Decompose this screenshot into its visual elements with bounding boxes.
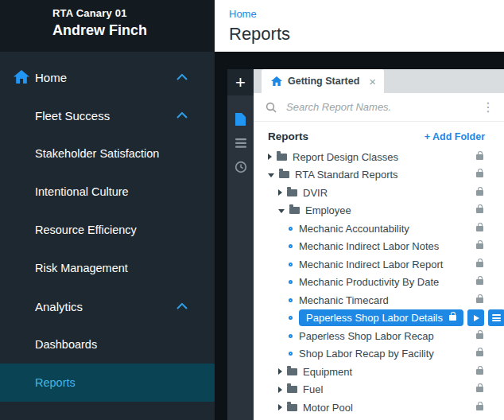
chevron-right-icon[interactable] <box>268 154 272 160</box>
chevron-right-icon[interactable] <box>278 387 282 393</box>
run-report-button[interactable] <box>467 309 484 326</box>
reports-panel: + Getting Started × <box>227 69 504 420</box>
sidebar-item-label: Fleet Success <box>35 109 110 122</box>
sidebar-header: RTA Canary 01 Andrew Finch <box>0 0 215 52</box>
sidebar-item-fleet-success[interactable]: Fleet Success <box>0 96 215 134</box>
search-icon <box>266 102 277 113</box>
panel-content: Getting Started × ⋮ <box>254 69 504 420</box>
tree-folder-fuel[interactable]: Fuel <box>254 381 504 399</box>
main-header: Home Reports <box>215 0 504 52</box>
sidebar-item-analytics[interactable]: Analytics <box>0 287 215 325</box>
report-tree: Reports + Add Folder Report Design Class… <box>254 122 504 420</box>
tree-report-mechanic-timecard[interactable]: Mechanic Timecard <box>254 291 504 309</box>
tree-row-label: Report Design Classes <box>293 151 398 163</box>
tree-row-label: Mechanic Accountability <box>299 223 409 235</box>
plus-icon[interactable]: + <box>227 69 254 95</box>
list-icon[interactable] <box>227 131 254 155</box>
sidebar-item-dashboards[interactable]: Dashboards <box>0 325 215 364</box>
tree-folder-rta-standard-reports[interactable]: RTA Standard Reports <box>254 166 504 185</box>
tree-header: Reports + Add Folder <box>254 130 504 148</box>
sidebar-item-home[interactable]: Home <box>0 58 215 96</box>
tree-folder-motor-pool[interactable]: Motor Pool <box>254 399 504 417</box>
tree-report-paperless-shop-labor-details[interactable]: Paperless Shop Labor Details <box>254 309 504 328</box>
sidebar-item-resource-efficiency[interactable]: Resource Efficiency <box>0 211 215 249</box>
tree-report-mechanic-accountability[interactable]: Mechanic Accountability <box>254 220 504 238</box>
tree-report-mechanic-indirect-labor-report[interactable]: Mechanic Indirect Labor Report <box>254 255 504 274</box>
report-bullet-icon <box>289 316 293 320</box>
sidebar-item-label: Intentional Culture <box>35 185 129 198</box>
sidebar-nav: HomeFleet SuccessStakeholder Satisfactio… <box>0 52 215 402</box>
lock-icon <box>476 154 483 160</box>
tab-label: Getting Started <box>288 76 359 87</box>
tree-rows: Report Design ClassesRTA Standard Report… <box>254 148 504 417</box>
sidebar-item-stakeholder-satisfaction[interactable]: Stakeholder Satisfaction <box>0 134 215 173</box>
home-icon <box>14 70 29 86</box>
lock-icon <box>476 208 483 213</box>
home-icon <box>271 76 282 86</box>
lock-icon <box>476 351 483 356</box>
report-bullet-icon <box>289 334 293 338</box>
sidebar-item-risk-management[interactable]: Risk Management <box>0 249 215 287</box>
main-area: Home Reports + Getting Started × <box>215 0 504 420</box>
chevron-down-icon[interactable] <box>278 209 285 213</box>
lock-icon <box>476 226 483 231</box>
hamburger-icon <box>492 314 501 321</box>
tree-row-label: Mechanic Productivity By Date <box>299 276 439 288</box>
sidebar-item-label: Resource Efficiency <box>35 224 137 236</box>
report-bullet-icon <box>289 262 293 266</box>
tree-folder-employee[interactable]: Employee <box>254 202 504 220</box>
sidebar-item-intentional-culture[interactable]: Intentional Culture <box>0 173 215 211</box>
close-icon[interactable]: × <box>369 75 376 88</box>
lock-icon <box>476 298 483 303</box>
selected-report-pill[interactable]: Paperless Shop Labor Details <box>299 309 463 326</box>
tree-folder-report-design-classes[interactable]: Report Design Classes <box>254 148 504 166</box>
document-icon[interactable] <box>227 107 254 131</box>
tree-row-label: Employee <box>305 204 351 216</box>
chevron-right-icon[interactable] <box>278 189 282 196</box>
sidebar-item-label: Dashboards <box>35 338 97 351</box>
user-name: Andrew Finch <box>52 22 205 39</box>
lock-icon <box>476 279 483 285</box>
sidebar-item-label: Risk Management <box>35 262 128 274</box>
report-menu-button[interactable] <box>488 309 504 326</box>
folder-icon <box>287 386 297 393</box>
tree-report-mechanic-indirect-labor-notes[interactable]: Mechanic Indirect Labor Notes <box>254 238 504 256</box>
report-bullet-icon <box>289 352 293 356</box>
tree-folder-equipment[interactable]: Equipment <box>254 363 504 381</box>
page-title: Reports <box>229 24 504 45</box>
clock-icon[interactable] <box>227 155 254 179</box>
chevron-up-icon[interactable] <box>176 74 188 80</box>
add-folder-button[interactable]: + Add Folder <box>425 131 485 142</box>
report-bullet-icon <box>289 280 293 284</box>
app-root: RTA Canary 01 Andrew Finch HomeFleet Suc… <box>0 0 504 420</box>
tree-report-paperless-shop-labor-recap[interactable]: Paperless Shop Labor Recap <box>254 327 504 345</box>
sidebar-item-reports[interactable]: Reports <box>0 364 215 402</box>
sidebar-item-label: Stakeholder Satisfaction <box>35 147 159 160</box>
tree-row-label: Mechanic Indirect Labor Notes <box>299 240 439 252</box>
lock-icon <box>476 333 483 339</box>
chevron-down-icon[interactable] <box>268 173 274 177</box>
sidebar-item-label: Analytics <box>35 300 83 313</box>
tree-folder-dvir[interactable]: DVIR <box>254 184 504 202</box>
chevron-up-icon[interactable] <box>176 303 188 309</box>
folder-icon <box>277 154 287 161</box>
tree-row-label: Shop Labor Recap by Facility <box>299 348 434 360</box>
tree-report-mechanic-productivity-by-date[interactable]: Mechanic Productivity By Date <box>254 274 504 292</box>
search-input[interactable] <box>285 100 479 114</box>
kebab-menu-icon[interactable]: ⋮ <box>479 101 498 114</box>
toolstrip: + <box>227 69 254 420</box>
chevron-up-icon[interactable] <box>176 112 188 119</box>
tab-getting-started[interactable]: Getting Started × <box>262 69 384 93</box>
tree-row-label: DVIR <box>303 187 328 199</box>
breadcrumb[interactable]: Home <box>229 8 257 20</box>
tab-bar: Getting Started × <box>254 69 504 93</box>
lock-icon <box>476 262 483 267</box>
tree-row-label: RTA Standard Reports <box>295 169 398 181</box>
folder-icon <box>287 404 297 411</box>
tree-report-shop-labor-recap-by-facility[interactable]: Shop Labor Recap by Facility <box>254 345 504 364</box>
chevron-right-icon[interactable] <box>278 404 282 410</box>
tree-title: Reports <box>268 130 425 142</box>
tree-row-label: Motor Pool <box>303 402 353 414</box>
chevron-right-icon[interactable] <box>278 368 282 375</box>
lock-icon <box>476 190 483 196</box>
